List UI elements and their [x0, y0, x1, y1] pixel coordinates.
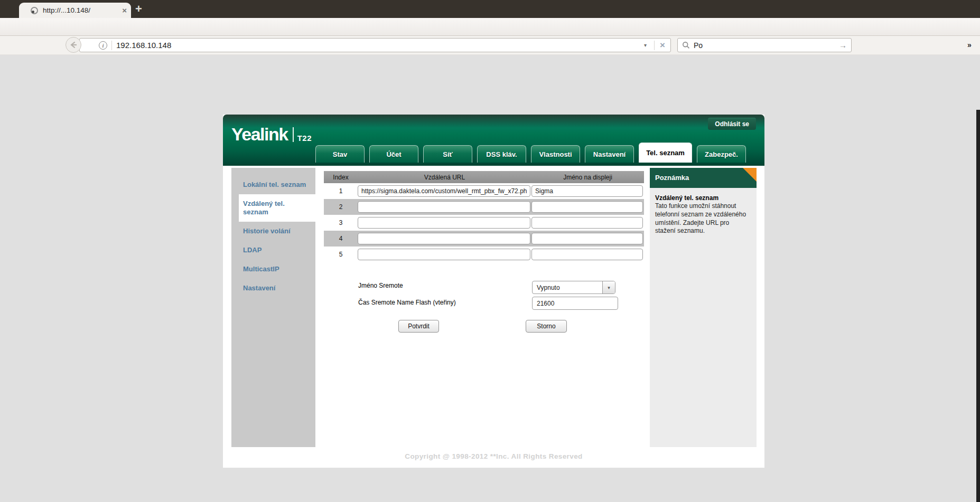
note-title: Vzdálený tel. seznam: [655, 194, 751, 202]
nav-tabs: Stav Účet Síť DSS kláv. Vlastnosti Nasta…: [315, 143, 751, 163]
confirm-button[interactable]: Potvrdit: [398, 320, 439, 333]
table-row: 1: [324, 183, 644, 199]
remote-url-input-1[interactable]: [358, 185, 530, 197]
browser-tab-bar: http://...10.148/ × +: [0, 0, 980, 18]
site-info-icon[interactable]: i: [99, 41, 107, 50]
page-scrollbar[interactable]: [976, 110, 980, 502]
sremote-name-label: Jméno Sremote: [358, 282, 403, 289]
flash-time-input[interactable]: [532, 297, 618, 310]
display-name-input-3[interactable]: [531, 217, 643, 229]
note-panel: Poznámka Vzdálený tel. seznam Tato funkc…: [650, 168, 757, 447]
browser-tab-title: http://...10.148/: [43, 6, 119, 14]
tab-stav[interactable]: Stav: [315, 145, 365, 163]
browser-tab[interactable]: http://...10.148/ ×: [19, 3, 131, 18]
row-index: 5: [324, 251, 358, 258]
header-index: Index: [324, 174, 358, 181]
search-icon: [682, 41, 690, 49]
sidebar: Lokální tel. seznam Vzdálený tel. seznam…: [231, 168, 315, 447]
logo-wordmark: Yealink: [231, 125, 288, 143]
web-page: Yealink T22 Odhlásit se Stav Účet Síť DS…: [0, 55, 980, 502]
search-input[interactable]: [694, 41, 839, 50]
sidebar-item-vzdaleny-tel-seznam[interactable]: Vzdálený tel. seznam: [239, 194, 315, 222]
sidebar-item-ldap[interactable]: LDAP: [231, 241, 315, 260]
select-value: Vypnuto: [533, 284, 602, 291]
stop-loading-icon[interactable]: ×: [659, 40, 670, 51]
note-text: Tato funkce umožní stáhnout telefonní se…: [655, 202, 751, 235]
header-url: Vzdálená URL: [358, 174, 531, 181]
tab-dss-klav[interactable]: DSS kláv.: [477, 145, 526, 163]
screen: http://...10.148/ × +: [0, 0, 980, 502]
yealink-panel: Yealink T22 Odhlásit se Stav Účet Síť DS…: [223, 115, 764, 468]
urlbar-divider: [111, 41, 112, 50]
row-index: 3: [324, 219, 358, 226]
tab-vlastnosti[interactable]: Vlastnosti: [531, 145, 580, 163]
row-index: 4: [324, 235, 358, 242]
display-name-input-1[interactable]: [531, 185, 643, 197]
folded-corner-icon: [743, 168, 757, 182]
remote-url-input-5[interactable]: [358, 249, 530, 260]
sidebar-item-historie-volani[interactable]: Historie volání: [231, 222, 315, 241]
sidebar-item-multicastip[interactable]: MulticastIP: [231, 260, 315, 279]
new-tab-button[interactable]: +: [135, 3, 142, 15]
yealink-logo: Yealink T22: [231, 125, 312, 143]
remote-url-input-4[interactable]: [358, 233, 530, 244]
display-name-input-2[interactable]: [531, 201, 643, 213]
remote-url-input-2[interactable]: [358, 201, 530, 213]
row-index: 1: [324, 187, 358, 195]
address-input[interactable]: [116, 41, 641, 50]
search-go-icon[interactable]: →: [839, 41, 847, 50]
logo-divider: [293, 127, 294, 142]
display-name-input-4[interactable]: [531, 233, 643, 244]
header-display-name: Jméno na displeji: [531, 174, 644, 181]
tab-nastaveni[interactable]: Nastavení: [585, 145, 634, 163]
table-row: 5: [324, 247, 644, 262]
url-dropdown-icon[interactable]: ▾: [641, 42, 650, 48]
remote-url-input-3[interactable]: [358, 217, 530, 229]
bookmarks-overflow-icon[interactable]: »: [967, 41, 972, 49]
flash-time-label: Čas Sremote Name Flash (vteřiny): [358, 299, 456, 306]
tab-zabezpec[interactable]: Zabezpeč.: [697, 145, 746, 163]
sremote-name-select[interactable]: Vypnuto ▾: [532, 281, 615, 294]
logo-model: T22: [297, 134, 312, 143]
back-button[interactable]: [66, 37, 81, 53]
browser-toolbar: i ▾ × → ABP ▾: [0, 18, 980, 36]
tab-ucet[interactable]: Účet: [369, 145, 418, 163]
tab-close-icon[interactable]: ×: [122, 6, 127, 15]
tab-sit[interactable]: Síť: [423, 145, 472, 163]
row-index: 2: [324, 203, 358, 211]
sidebar-item-nastaveni[interactable]: Nastavení: [231, 279, 315, 298]
note-header: Poznámka: [650, 168, 757, 188]
cancel-button[interactable]: Storno: [526, 320, 567, 333]
url-bar[interactable]: i ▾ ×: [79, 38, 671, 52]
search-bar[interactable]: →: [677, 38, 852, 52]
logout-button[interactable]: Odhlásit se: [708, 118, 756, 130]
table-row: 2: [324, 199, 644, 215]
site-favicon-icon: [31, 7, 38, 14]
display-name-input-5[interactable]: [531, 249, 643, 260]
sidebar-item-lokalni-tel-seznam[interactable]: Lokální tel. seznam: [231, 175, 315, 194]
tab-tel-seznam[interactable]: Tel. seznam: [639, 143, 692, 163]
phonebook-table: Index Vzdálená URL Jméno na displeji 1 2: [324, 171, 644, 262]
panel-header: Yealink T22 Odhlásit se Stav Účet Síť DS…: [223, 115, 764, 166]
table-row: 3: [324, 215, 644, 231]
table-header-row: Index Vzdálená URL Jméno na displeji: [324, 171, 644, 183]
chevron-down-icon[interactable]: ▾: [602, 281, 615, 293]
urlbar-divider-2: [654, 41, 655, 50]
copyright-text: Copyright @ 1998-2012 **Inc. All Rights …: [223, 452, 764, 460]
note-body: Vzdálený tel. seznam Tato funkce umožní …: [650, 188, 757, 447]
table-row: 4: [324, 231, 644, 247]
panel-content: Lokální tel. seznam Vzdálený tel. seznam…: [223, 168, 764, 447]
